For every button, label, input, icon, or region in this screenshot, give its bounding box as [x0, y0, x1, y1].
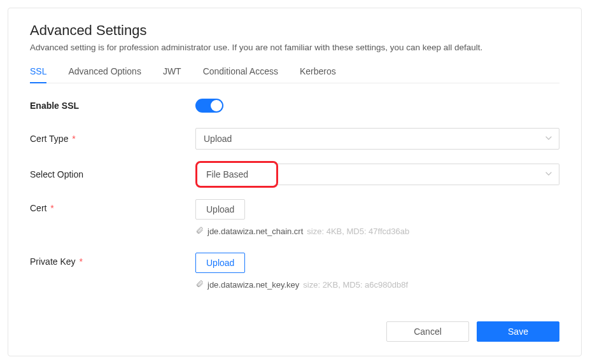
footer-actions: Cancel Save — [386, 321, 559, 342]
select-select-option[interactable]: File Based — [195, 161, 559, 188]
row-enable-ssl: Enable SSL — [30, 95, 559, 116]
tab-conditional-access[interactable]: Conditional Access — [203, 66, 278, 83]
label-cert-type: Cert Type * — [30, 134, 195, 144]
paperclip-icon — [195, 279, 204, 290]
tab-advanced-options[interactable]: Advanced Options — [68, 66, 141, 83]
required-asterisk: * — [50, 203, 53, 213]
advanced-settings-panel: Advanced Settings Advanced setting is fo… — [8, 8, 582, 356]
row-private-key: Private Key * Upload jde.datawiza.net_ke… — [30, 253, 559, 290]
label-private-key: Private Key * — [30, 253, 195, 267]
private-key-file-line: jde.datawiza.net_key.key size: 2KB, MD5:… — [195, 279, 559, 290]
label-cert: Cert * — [30, 199, 195, 213]
label-enable-ssl: Enable SSL — [30, 101, 195, 111]
upload-cert-button[interactable]: Upload — [195, 199, 245, 220]
cancel-button[interactable]: Cancel — [386, 321, 469, 342]
required-asterisk: * — [79, 256, 82, 267]
label-private-key-text: Private Key — [30, 256, 76, 267]
row-cert-type: Cert Type * Upload — [30, 128, 559, 150]
toggle-knob — [211, 100, 222, 111]
save-button[interactable]: Save — [477, 321, 559, 342]
toggle-enable-ssl[interactable] — [195, 99, 223, 113]
row-select-option: Select Option File Based — [30, 161, 559, 188]
label-select-option: Select Option — [30, 169, 195, 179]
tab-ssl[interactable]: SSL — [30, 66, 46, 83]
label-cert-type-text: Cert Type — [30, 134, 68, 144]
page-title: Advanced Settings — [30, 22, 559, 39]
select-cert-type-value: Upload — [204, 134, 232, 144]
tab-jwt[interactable]: JWT — [163, 66, 181, 83]
row-cert: Cert * Upload jde.datawiza.net_chain.crt… — [30, 199, 559, 236]
private-key-file-name: jde.datawiza.net_key.key — [207, 280, 299, 290]
select-select-option-value: File Based — [206, 169, 248, 179]
select-select-option-rest — [274, 164, 559, 185]
label-cert-text: Cert — [30, 203, 46, 213]
cert-file-line: jde.datawiza.net_chain.crt size: 4KB, MD… — [195, 226, 559, 236]
cert-file-name: jde.datawiza.net_chain.crt — [207, 227, 303, 236]
highlight-box: File Based — [195, 161, 278, 188]
upload-private-key-button[interactable]: Upload — [195, 253, 245, 273]
private-key-file-meta: size: 2KB, MD5: a6c980db8f — [303, 280, 408, 290]
select-cert-type[interactable]: Upload — [195, 128, 559, 150]
paperclip-icon — [195, 226, 204, 236]
page-subtitle: Advanced setting is for profession admin… — [30, 43, 559, 52]
chevron-down-icon — [545, 169, 552, 180]
required-asterisk: * — [72, 134, 75, 144]
chevron-down-icon — [545, 134, 552, 144]
tab-kerberos[interactable]: Kerberos — [300, 66, 336, 83]
settings-tabs: SSL Advanced Options JWT Conditional Acc… — [30, 66, 559, 83]
cert-file-meta: size: 4KB, MD5: 47ffcd36ab — [307, 227, 409, 236]
